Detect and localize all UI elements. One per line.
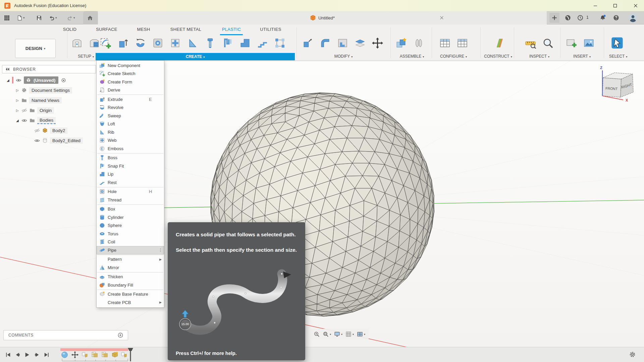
- minimize-button[interactable]: [586, 0, 605, 11]
- menu-item-sphere[interactable]: Sphere: [97, 222, 164, 230]
- expander-open-icon[interactable]: ◢: [16, 119, 21, 122]
- menu-item-rest[interactable]: Rest: [97, 178, 164, 187]
- close-button[interactable]: [626, 0, 644, 11]
- menu-item-rib[interactable]: Rib: [97, 128, 164, 136]
- menu-item-pattern[interactable]: Pattern▶: [97, 255, 164, 264]
- timeline-feature-tl-op-a[interactable]: [121, 351, 128, 358]
- save-button[interactable]: [36, 11, 42, 24]
- browser-row--unsaved-[interactable]: ◢(Unsaved): [2, 75, 96, 85]
- tool-split-icon[interactable]: [354, 37, 366, 49]
- tool-revolve-icon[interactable]: [134, 37, 147, 49]
- group-dropdown-create-open[interactable]: CREATE▾: [96, 53, 295, 60]
- comments-bar[interactable]: COMMENTS: [3, 330, 128, 340]
- menu-item-web[interactable]: Web: [97, 136, 164, 145]
- app-grid-menu-button[interactable]: [4, 11, 10, 24]
- browser-row-named-views[interactable]: ▷Named Views: [2, 95, 96, 105]
- home-button[interactable]: [87, 11, 93, 24]
- menu-item-create-base-feature[interactable]: Create Base Feature: [97, 290, 164, 299]
- menu-item-new-component[interactable]: New Component: [97, 61, 164, 70]
- fit-button[interactable]: ▾: [323, 331, 331, 337]
- add-comment-icon[interactable]: [118, 333, 123, 338]
- browser-row-body2-edited[interactable]: Body2_Edited: [2, 135, 96, 145]
- ribbon-tab-plastic[interactable]: PLASTIC: [222, 24, 241, 35]
- tool-hole-icon[interactable]: [151, 37, 164, 49]
- overflow-dots-icon[interactable]: ⋮: [158, 248, 163, 252]
- step-back-button[interactable]: [15, 352, 21, 358]
- skip-end-button[interactable]: [44, 352, 50, 358]
- tool-insert-canvas-icon[interactable]: [565, 37, 578, 49]
- tool-select-cursor-icon[interactable]: [611, 37, 624, 49]
- step-forward-button[interactable]: [34, 352, 40, 358]
- grid-and-snaps-button[interactable]: ▾: [345, 331, 354, 337]
- design-menu-button[interactable]: DESIGN ▾: [15, 39, 56, 58]
- extensions-button[interactable]: [563, 13, 573, 23]
- group-dropdown-construct[interactable]: CONSTRUCT▾: [484, 53, 512, 60]
- tool-config-table-icon[interactable]: [438, 37, 451, 49]
- visibility-eye-icon[interactable]: [16, 77, 21, 83]
- document-tab[interactable]: Untitled*: [310, 15, 335, 21]
- timeline-feature-tl-op-c[interactable]: [111, 351, 119, 358]
- ribbon-tab-mesh[interactable]: MESH: [137, 24, 150, 35]
- browser-row-document-settings[interactable]: ▷Document Settings: [2, 85, 96, 95]
- menu-item-torus[interactable]: Torus: [97, 230, 164, 238]
- menu-item-sweep[interactable]: Sweep: [97, 112, 164, 120]
- tool-web-icon[interactable]: [169, 37, 181, 49]
- tool-pattern-grid-icon[interactable]: [273, 37, 286, 49]
- menu-item-lip[interactable]: Lip: [97, 170, 164, 179]
- settings-gear-icon[interactable]: [629, 351, 636, 358]
- maximize-button[interactable]: [605, 0, 625, 11]
- expander-closed-icon[interactable]: ▷: [16, 109, 21, 112]
- group-dropdown-modify[interactable]: MODIFY▾: [334, 53, 353, 60]
- display-settings-button[interactable]: ▾: [334, 331, 342, 337]
- zoom-button[interactable]: [314, 331, 320, 337]
- skip-start-button[interactable]: [5, 352, 11, 358]
- tool-rib-icon[interactable]: [186, 37, 199, 49]
- ribbon-tab-sheet-metal[interactable]: SHEET METAL: [170, 24, 201, 35]
- tool-shell-icon[interactable]: [336, 37, 349, 49]
- ribbon-tab-surface[interactable]: SURFACE: [96, 24, 117, 35]
- play-button[interactable]: [24, 352, 30, 358]
- menu-item-create-pcb[interactable]: Create PCB▶: [97, 298, 164, 307]
- expander-closed-icon[interactable]: ▷: [16, 99, 21, 102]
- menu-item-cylinder[interactable]: Cylinder: [97, 213, 164, 222]
- ribbon-tab-solid[interactable]: SOLID: [63, 24, 77, 35]
- tool-rest-icon[interactable]: [256, 37, 269, 49]
- job-status-button[interactable]: [575, 13, 585, 23]
- tool-joint-icon[interactable]: [412, 37, 425, 49]
- activate-target-icon[interactable]: [61, 78, 66, 83]
- tool-inspect-zoom-icon[interactable]: [541, 37, 554, 49]
- menu-item-loft[interactable]: Loft: [97, 120, 164, 128]
- timeline-feature-tl-op-b[interactable]: [101, 351, 109, 358]
- timeline-feature-move[interactable]: [71, 351, 79, 358]
- new-tab-button[interactable]: [549, 13, 559, 23]
- group-dropdown-insert[interactable]: INSERT▾: [573, 53, 591, 60]
- tool-construct-plane-icon[interactable]: [492, 37, 505, 49]
- tool-new-component-icon[interactable]: [395, 37, 408, 49]
- browser-row-body2[interactable]: Body2: [2, 125, 96, 135]
- menu-item-pipe[interactable]: Pipe⋮: [97, 246, 164, 254]
- menu-item-revolve[interactable]: Revolve: [97, 104, 164, 112]
- tool-insert-image-icon[interactable]: [582, 37, 595, 49]
- menu-item-boundary-fill[interactable]: Boundary Fill: [97, 281, 164, 289]
- menu-item-snap-fit[interactable]: Snap Fit: [97, 162, 164, 170]
- menu-item-box[interactable]: Box: [97, 205, 164, 214]
- tool-press-pull-icon[interactable]: [301, 37, 314, 49]
- ribbon-tab-utilities[interactable]: UTILITIES: [260, 24, 281, 35]
- root-document-label[interactable]: (Unsaved): [24, 76, 58, 84]
- undo-button[interactable]: ▾: [49, 11, 57, 24]
- visibility-eye-off-icon[interactable]: [34, 128, 40, 133]
- menu-item-thread[interactable]: Thread: [97, 196, 164, 204]
- menu-item-mirror[interactable]: Mirror: [97, 263, 164, 272]
- expander-closed-icon[interactable]: ▷: [16, 88, 21, 92]
- menu-item-create-form[interactable]: Create Form: [97, 78, 164, 86]
- tool-boss-icon[interactable]: [204, 37, 216, 49]
- tool-machine-a-icon[interactable]: [70, 37, 83, 49]
- menu-item-boss[interactable]: Boss: [97, 154, 164, 162]
- visibility-eye-off-icon[interactable]: [21, 108, 27, 113]
- tool-move-icon[interactable]: [371, 37, 384, 49]
- group-dropdown-assemble[interactable]: ASSEMBLE▾: [400, 53, 424, 60]
- expander-open-icon[interactable]: ◢: [7, 78, 12, 82]
- collapse-panel-icon[interactable]: [5, 67, 10, 71]
- visibility-eye-icon[interactable]: [21, 118, 27, 123]
- profile-button[interactable]: [628, 13, 638, 23]
